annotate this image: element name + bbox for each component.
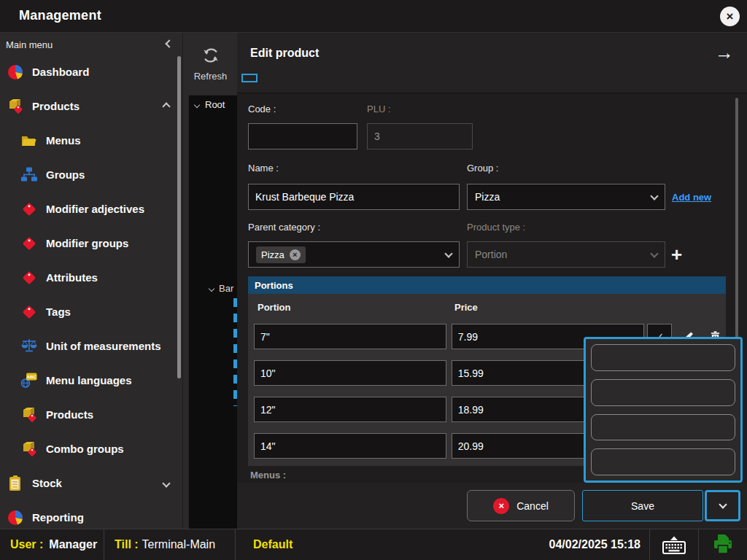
tree-bar-node[interactable]: Bar [189, 281, 233, 296]
till-section: Till : Terminal-Main [104, 529, 235, 560]
group-select[interactable]: Pizza [467, 184, 665, 210]
editor-tab[interactable] [444, 74, 457, 79]
sidebar-menu-item[interactable]: ABC Stock [0, 466, 178, 500]
till-label: Till : [115, 538, 139, 551]
chip-remove-icon[interactable]: × [290, 249, 301, 260]
datetime-label: 04/02/2025 15:18 [541, 538, 649, 551]
portion-name-input[interactable] [254, 324, 446, 349]
cancel-button[interactable]: × Cancel [467, 490, 575, 521]
sidebar-item-label: Dashboard [32, 66, 89, 78]
refresh-icon [201, 46, 221, 65]
sidebar-menu-item[interactable]: ABC Menu languages [0, 363, 178, 397]
sidebar-header-label: Main menu [6, 39, 53, 50]
group-label: Group : [467, 163, 498, 174]
tree-node[interactable] [222, 204, 238, 219]
chevron-down-icon [650, 192, 658, 200]
tree-node[interactable] [222, 189, 238, 204]
editor-tab[interactable] [374, 74, 387, 79]
save-button[interactable]: Save [582, 490, 703, 521]
print-button[interactable] [699, 529, 747, 560]
panel-title: Edit product [250, 47, 319, 60]
sidebar-menu-item[interactable]: ABC Combo groups [0, 432, 178, 466]
sidebar-menu-item[interactable]: ABC Modifier adjectives [0, 192, 178, 226]
add-portion-button[interactable]: + [671, 245, 682, 264]
sidebar-collapse-icon[interactable] [165, 39, 173, 47]
sidebar-item-label: Products [46, 408, 93, 421]
editor-tab[interactable] [241, 74, 258, 82]
sidebar-item-label: Unit of measurements [46, 340, 161, 352]
sidebar-item-icon: ABC [20, 440, 39, 459]
sidebar-menu-item[interactable]: ABC Attributes [0, 260, 178, 295]
sidebar-item-label: Reporting [32, 511, 84, 524]
sidebar-menu-item[interactable]: ABC Unit of measurements [0, 329, 178, 363]
sidebar-item-icon: ABC [6, 63, 25, 82]
mode-section: Default [236, 529, 303, 560]
tree-root-node[interactable]: Root [189, 99, 225, 110]
portion-name-input[interactable] [254, 433, 446, 459]
portion-column-header: Portion [258, 302, 291, 313]
sidebar-item-label: Groups [46, 168, 85, 181]
save-option-button[interactable] [591, 379, 735, 406]
save-option-button[interactable] [591, 448, 735, 475]
sidebar-menu-item[interactable]: ABC Menus [0, 123, 178, 158]
portion-name-input[interactable] [254, 397, 446, 422]
sidebar-item-label: Combo groups [46, 443, 124, 455]
tree-node[interactable] [222, 219, 238, 235]
cancel-x-icon: × [493, 498, 509, 514]
user-value: Manager [49, 538, 97, 551]
user-label: User : [10, 538, 43, 551]
sidebar-item-icon: ABC [20, 234, 39, 253]
sidebar-scrollbar[interactable] [177, 56, 181, 378]
tree-node-list [222, 112, 238, 281]
refresh-label: Refresh [183, 71, 238, 82]
tree-node[interactable] [222, 235, 238, 250]
parent-category-select[interactable]: Pizza × [248, 241, 460, 268]
tree-node[interactable] [222, 265, 238, 281]
forward-arrow-icon[interactable]: → [715, 42, 734, 64]
tree-root-label: Root [205, 99, 225, 110]
sidebar-menu-item[interactable]: ABC Reporting [0, 500, 178, 529]
category-tree-column: Refresh Root Bar [182, 33, 237, 529]
portion-name-input[interactable] [254, 360, 446, 386]
keyboard-button[interactable] [650, 529, 698, 560]
sidebar-item-chevron-icon [162, 479, 170, 487]
sidebar-menu-item[interactable]: ABC Products [0, 397, 178, 432]
code-input[interactable] [248, 123, 357, 149]
sidebar-menu-item[interactable]: ABC Tags [0, 295, 178, 329]
parent-category-chip: Pizza × [256, 246, 306, 263]
sidebar-menu-item[interactable]: ABC Dashboard [0, 55, 178, 89]
portions-section-header: Portions [248, 276, 726, 294]
tree-node[interactable] [222, 158, 238, 174]
tree-node[interactable] [222, 143, 238, 158]
sidebar-menu-item[interactable]: ABC Modifier groups [0, 226, 178, 260]
tree-bar-label: Bar [219, 281, 233, 296]
tree-node[interactable] [222, 112, 238, 128]
name-input[interactable] [248, 184, 460, 210]
save-option-button[interactable] [591, 414, 735, 441]
cancel-button-label: Cancel [516, 500, 549, 512]
price-column-header: Price [454, 302, 478, 313]
close-icon[interactable]: × [720, 7, 740, 26]
till-value: Terminal-Main [142, 538, 215, 551]
sidebar-item-icon: ABC [20, 405, 39, 424]
save-options-popup [584, 337, 743, 483]
category-tree: Root Bar [188, 95, 238, 553]
sidebar-item-label: Modifier groups [46, 237, 128, 249]
refresh-button[interactable]: Refresh [183, 46, 238, 82]
save-option-button[interactable] [591, 344, 735, 371]
tree-node[interactable] [222, 174, 238, 189]
save-options-dropdown-button[interactable] [705, 490, 740, 521]
sidebar-menu-item[interactable]: ABC Products [0, 89, 178, 123]
sidebar-item-label: Menu languages [46, 374, 132, 386]
tree-node[interactable] [222, 128, 238, 143]
name-label: Name : [248, 163, 279, 174]
editor-tab[interactable] [298, 74, 311, 79]
sidebar-menu-item[interactable]: ABC Groups [0, 158, 178, 192]
add-new-link[interactable]: Add new [672, 192, 711, 203]
sidebar-item-icon: ABC [6, 508, 25, 527]
tree-node[interactable] [222, 250, 238, 265]
sidebar-item-icon: ABC [20, 371, 39, 390]
title-bar: Management × [0, 0, 747, 33]
sidebar-item-icon: ABC [20, 200, 39, 219]
tree-bar-expand-icon [209, 285, 214, 291]
